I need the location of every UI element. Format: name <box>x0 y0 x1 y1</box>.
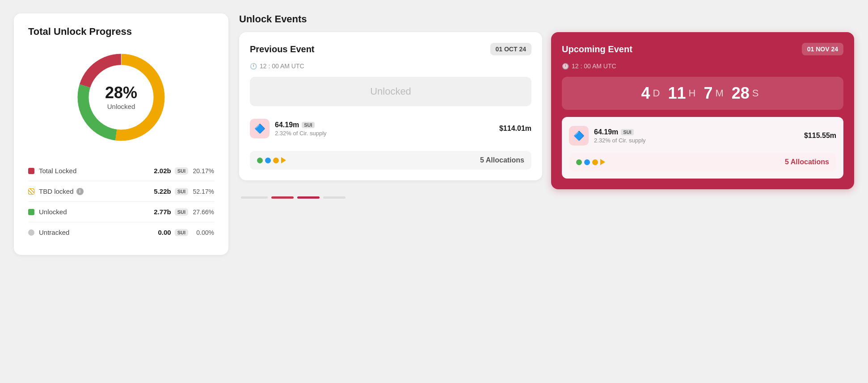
prev-token-info: 64.19m SUI 2.32% of Cir. supply <box>275 121 494 137</box>
events-title: Unlock Events <box>239 13 854 25</box>
upcoming-allocations-row[interactable]: 5 Allocations <box>569 153 836 171</box>
prev-token-amount: 64.19m SUI <box>275 121 494 129</box>
upcoming-event-time: 🕛 12 : 00 AM UTC <box>562 62 843 70</box>
prev-token-row: 🔷 64.19m SUI 2.32% of Cir. supply $114.0… <box>250 113 531 144</box>
locked-badge: SUI <box>175 167 188 175</box>
upcoming-token-icon: 🔷 <box>569 126 589 146</box>
prev-event-header: Previous Event 01 OCT 24 <box>250 43 531 55</box>
donut-wrapper: 28% Unlocked <box>72 48 170 146</box>
countdown-hours: 11 <box>668 84 686 103</box>
prev-alloc-label: 5 Allocations <box>291 156 524 164</box>
upcoming-event-card: Upcoming Event 01 NOV 24 🕛 12 : 00 AM UT… <box>551 32 854 189</box>
prev-token-value: $114.01m <box>499 125 531 133</box>
legend-item-tbd: TBD locked i 5.22b SUI 52.17% <box>28 181 214 202</box>
upcoming-token-supply: 2.32% of Cir. supply <box>594 137 799 144</box>
events-row: Previous Event 01 OCT 24 🕛 12 : 00 AM UT… <box>239 32 854 189</box>
unlocked-pct: 27.66% <box>193 208 214 216</box>
upcoming-event-header: Upcoming Event 01 NOV 24 <box>562 43 843 55</box>
untracked-name: Untracked <box>39 229 158 236</box>
tbd-info-icon[interactable]: i <box>76 188 84 195</box>
events-section: Unlock Events Previous Event 01 OCT 24 🕛… <box>239 13 854 199</box>
donut-center: 28% Unlocked <box>105 85 137 110</box>
upcoming-token-value: $115.55m <box>804 132 836 140</box>
upcoming-alloc-dot-1 <box>576 159 582 165</box>
upcoming-sui-badge: SUI <box>621 129 633 135</box>
alloc-dot-3 <box>273 158 279 163</box>
clock-icon: 🕛 <box>250 63 257 70</box>
upcoming-alloc-dots <box>576 159 605 165</box>
legend-item-untracked: Untracked 0.00 SUI 0.00% <box>28 222 214 242</box>
countdown-m-unit: M <box>715 87 723 99</box>
unlocked-dot <box>28 209 34 215</box>
tbd-pct: 52.17% <box>193 188 214 195</box>
unlocked-value: 2.77b <box>154 208 171 216</box>
upcoming-clock-icon: 🕛 <box>562 63 569 70</box>
tbd-badge: SUI <box>175 188 188 195</box>
locked-pct: 20.17% <box>193 167 214 175</box>
locked-name: Total Locked <box>39 167 154 175</box>
scroll-row <box>239 196 854 199</box>
progress-card: Total Unlock Progress <box>14 13 228 255</box>
alloc-arrow <box>281 157 286 163</box>
prev-event-date: 01 OCT 24 <box>490 43 531 55</box>
legend-item-locked: Total Locked 2.02b SUI 20.17% <box>28 161 214 181</box>
alloc-dot-1 <box>257 158 263 163</box>
main-container: Total Unlock Progress <box>14 13 854 255</box>
untracked-badge: SUI <box>175 229 188 236</box>
scroll-track-1[interactable] <box>241 196 268 199</box>
content-row: Total Unlock Progress <box>14 13 854 255</box>
untracked-value: 0.00 <box>158 229 171 236</box>
prev-token-icon: 🔷 <box>250 119 270 138</box>
locked-value: 2.02b <box>154 167 171 175</box>
donut-container: 28% Unlocked <box>28 48 214 146</box>
countdown-bar: 4 D 11 H 7 M 28 S <box>562 77 843 110</box>
upcoming-alloc-arrow <box>600 159 605 165</box>
progress-card-title: Total Unlock Progress <box>28 26 214 37</box>
countdown-days: 4 <box>641 84 650 103</box>
upcoming-token-info: 64.19m SUI 2.32% of Cir. supply <box>594 128 799 144</box>
upcoming-token-row: 🔷 64.19m SUI 2.32% of Cir. supply $115.5… <box>569 124 836 147</box>
locked-dot <box>28 168 34 174</box>
untracked-pct: 0.00% <box>193 229 214 236</box>
prev-alloc-dots <box>257 157 286 163</box>
countdown-minutes: 7 <box>704 84 712 103</box>
prev-event-time: 🕛 12 : 00 AM UTC <box>250 62 531 70</box>
upcoming-alloc-label: 5 Allocations <box>611 158 829 166</box>
prev-sui-badge: SUI <box>302 122 314 128</box>
donut-percent: 28% <box>105 85 137 101</box>
prev-event-title: Previous Event <box>250 44 315 54</box>
tbd-name: TBD locked i <box>39 187 154 195</box>
alloc-dot-2 <box>265 158 271 163</box>
upcoming-alloc-dot-2 <box>584 159 590 165</box>
countdown-seconds: 28 <box>732 84 750 103</box>
unlocked-status: Unlocked <box>250 77 531 106</box>
upcoming-inner-card: 🔷 64.19m SUI 2.32% of Cir. supply $115.5… <box>562 117 843 179</box>
scroll-track-2[interactable] <box>271 196 294 199</box>
tbd-dot <box>28 188 34 195</box>
countdown-s-unit: S <box>752 87 759 99</box>
upcoming-alloc-dot-3 <box>592 159 598 165</box>
upcoming-event-date: 01 NOV 24 <box>802 43 843 55</box>
upcoming-token-amount: 64.19m SUI <box>594 128 799 136</box>
donut-label: Unlocked <box>105 103 137 110</box>
countdown-h-unit: H <box>688 87 695 99</box>
tbd-value: 5.22b <box>154 187 171 195</box>
untracked-dot <box>28 229 34 236</box>
scroll-track-3[interactable] <box>297 196 320 199</box>
unlocked-badge: SUI <box>175 208 188 216</box>
prev-allocations-row[interactable]: 5 Allocations <box>250 151 531 170</box>
unlocked-name: Unlocked <box>39 208 154 216</box>
prev-event-card: Previous Event 01 OCT 24 🕛 12 : 00 AM UT… <box>239 32 542 180</box>
countdown-d-unit: D <box>653 87 660 99</box>
legend-item-unlocked: Unlocked 2.77b SUI 27.66% <box>28 202 214 222</box>
upcoming-event-title: Upcoming Event <box>562 44 632 54</box>
legend: Total Locked 2.02b SUI 20.17% TBD locked… <box>28 161 214 242</box>
scroll-track-4[interactable] <box>323 196 346 199</box>
prev-token-supply: 2.32% of Cir. supply <box>275 130 494 137</box>
